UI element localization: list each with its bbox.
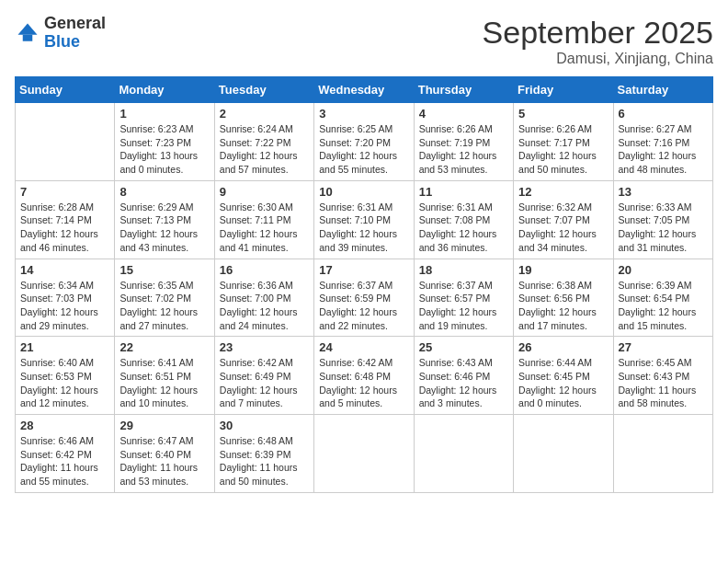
logo: General Blue (15, 15, 106, 52)
calendar-day-cell (514, 415, 613, 493)
day-number: 17 (319, 263, 408, 277)
weekday-header: Friday (514, 77, 613, 103)
day-number: 18 (419, 263, 508, 277)
day-info: Sunrise: 6:37 AMSunset: 6:57 PMDaylight:… (419, 279, 508, 333)
weekday-header: Tuesday (214, 77, 313, 103)
day-info: Sunrise: 6:26 AMSunset: 7:19 PMDaylight:… (419, 122, 508, 177)
weekday-header: Thursday (414, 77, 513, 103)
calendar-day-cell: 4Sunrise: 6:26 AMSunset: 7:19 PMDaylight… (414, 103, 513, 181)
day-number: 2 (220, 107, 309, 121)
logo-text: General Blue (44, 15, 106, 52)
day-number: 12 (518, 185, 608, 199)
day-number: 6 (619, 107, 708, 121)
calendar-day-cell: 2Sunrise: 6:24 AMSunset: 7:22 PMDaylight… (214, 103, 313, 181)
calendar-day-cell: 8Sunrise: 6:29 AMSunset: 7:13 PMDaylight… (115, 180, 214, 259)
weekday-header: Monday (115, 77, 214, 103)
calendar-day-cell: 30Sunrise: 6:48 AMSunset: 6:39 PMDayligh… (214, 415, 313, 493)
logo-general: General (44, 15, 106, 33)
day-info: Sunrise: 6:46 AMSunset: 6:42 PMDaylight:… (20, 434, 109, 488)
day-info: Sunrise: 6:29 AMSunset: 7:13 PMDaylight:… (119, 201, 209, 255)
weekday-header: Saturday (613, 77, 712, 103)
day-number: 22 (119, 340, 209, 354)
day-info: Sunrise: 6:31 AMSunset: 7:08 PMDaylight:… (419, 201, 508, 255)
day-info: Sunrise: 6:39 AMSunset: 6:54 PMDaylight:… (619, 279, 708, 333)
day-info: Sunrise: 6:25 AMSunset: 7:20 PMDaylight:… (319, 122, 408, 177)
day-number: 23 (220, 340, 309, 354)
calendar-header-row: SundayMondayTuesdayWednesdayThursdayFrid… (16, 77, 713, 103)
day-info: Sunrise: 6:31 AMSunset: 7:10 PMDaylight:… (319, 201, 408, 255)
day-number: 3 (319, 107, 408, 121)
calendar-day-cell: 10Sunrise: 6:31 AMSunset: 7:10 PMDayligh… (314, 180, 414, 259)
day-info: Sunrise: 6:47 AMSunset: 6:40 PMDaylight:… (119, 434, 209, 488)
calendar-day-cell: 26Sunrise: 6:44 AMSunset: 6:45 PMDayligh… (514, 337, 613, 415)
day-number: 5 (518, 107, 608, 121)
day-info: Sunrise: 6:44 AMSunset: 6:45 PMDaylight:… (518, 356, 608, 410)
calendar-day-cell: 29Sunrise: 6:47 AMSunset: 6:40 PMDayligh… (115, 415, 214, 493)
day-number: 25 (419, 340, 508, 354)
day-info: Sunrise: 6:30 AMSunset: 7:11 PMDaylight:… (220, 201, 309, 255)
day-info: Sunrise: 6:24 AMSunset: 7:22 PMDaylight:… (220, 122, 309, 177)
calendar-table: SundayMondayTuesdayWednesdayThursdayFrid… (15, 76, 713, 493)
logo-blue: Blue (44, 33, 106, 52)
day-info: Sunrise: 6:41 AMSunset: 6:51 PMDaylight:… (119, 356, 209, 410)
calendar-week-row: 28Sunrise: 6:46 AMSunset: 6:42 PMDayligh… (16, 415, 713, 493)
day-number: 26 (518, 340, 608, 354)
weekday-header: Sunday (16, 77, 115, 103)
calendar-day-cell (414, 415, 513, 493)
day-number: 8 (119, 185, 209, 199)
calendar-day-cell: 19Sunrise: 6:38 AMSunset: 6:56 PMDayligh… (514, 259, 613, 337)
calendar-day-cell: 5Sunrise: 6:26 AMSunset: 7:17 PMDaylight… (514, 103, 613, 181)
calendar-day-cell: 7Sunrise: 6:28 AMSunset: 7:14 PMDaylight… (16, 180, 115, 259)
calendar-day-cell: 14Sunrise: 6:34 AMSunset: 7:03 PMDayligh… (16, 259, 115, 337)
calendar-day-cell: 9Sunrise: 6:30 AMSunset: 7:11 PMDaylight… (214, 180, 313, 259)
day-number: 15 (119, 263, 209, 277)
day-number: 28 (20, 419, 109, 432)
calendar-day-cell: 13Sunrise: 6:33 AMSunset: 7:05 PMDayligh… (613, 180, 712, 259)
day-info: Sunrise: 6:42 AMSunset: 6:49 PMDaylight:… (220, 356, 309, 410)
day-info: Sunrise: 6:40 AMSunset: 6:53 PMDaylight:… (20, 356, 109, 410)
calendar-day-cell: 20Sunrise: 6:39 AMSunset: 6:54 PMDayligh… (613, 259, 712, 337)
weekday-header: Wednesday (314, 77, 414, 103)
calendar-day-cell: 1Sunrise: 6:23 AMSunset: 7:23 PMDaylight… (115, 103, 214, 181)
calendar-day-cell: 6Sunrise: 6:27 AMSunset: 7:16 PMDaylight… (613, 103, 712, 181)
day-info: Sunrise: 6:42 AMSunset: 6:48 PMDaylight:… (319, 356, 408, 410)
day-number: 7 (20, 185, 109, 199)
location: Damusi, Xinjiang, China (483, 51, 713, 67)
calendar-day-cell: 21Sunrise: 6:40 AMSunset: 6:53 PMDayligh… (16, 337, 115, 415)
day-info: Sunrise: 6:27 AMSunset: 7:16 PMDaylight:… (619, 122, 708, 177)
calendar-week-row: 14Sunrise: 6:34 AMSunset: 7:03 PMDayligh… (16, 259, 713, 337)
day-info: Sunrise: 6:48 AMSunset: 6:39 PMDaylight:… (220, 434, 309, 488)
day-info: Sunrise: 6:32 AMSunset: 7:07 PMDaylight:… (518, 201, 608, 255)
calendar-day-cell: 11Sunrise: 6:31 AMSunset: 7:08 PMDayligh… (414, 180, 513, 259)
day-info: Sunrise: 6:37 AMSunset: 6:59 PMDaylight:… (319, 279, 408, 333)
calendar-day-cell: 27Sunrise: 6:45 AMSunset: 6:43 PMDayligh… (613, 337, 712, 415)
svg-marker-0 (18, 23, 38, 34)
calendar-day-cell (314, 415, 414, 493)
calendar-day-cell: 25Sunrise: 6:43 AMSunset: 6:46 PMDayligh… (414, 337, 513, 415)
day-info: Sunrise: 6:23 AMSunset: 7:23 PMDaylight:… (119, 122, 209, 177)
calendar-day-cell: 24Sunrise: 6:42 AMSunset: 6:48 PMDayligh… (314, 337, 414, 415)
day-info: Sunrise: 6:33 AMSunset: 7:05 PMDaylight:… (619, 201, 708, 255)
calendar-day-cell: 16Sunrise: 6:36 AMSunset: 7:00 PMDayligh… (214, 259, 313, 337)
calendar-day-cell: 3Sunrise: 6:25 AMSunset: 7:20 PMDaylight… (314, 103, 414, 181)
calendar-week-row: 1Sunrise: 6:23 AMSunset: 7:23 PMDaylight… (16, 103, 713, 181)
day-info: Sunrise: 6:26 AMSunset: 7:17 PMDaylight:… (518, 122, 608, 177)
day-number: 10 (319, 185, 408, 199)
logo-icon (15, 20, 40, 46)
title-block: September 2025 Damusi, Xinjiang, China (483, 15, 713, 67)
day-info: Sunrise: 6:35 AMSunset: 7:02 PMDaylight:… (119, 279, 209, 333)
calendar-day-cell: 17Sunrise: 6:37 AMSunset: 6:59 PMDayligh… (314, 259, 414, 337)
day-info: Sunrise: 6:28 AMSunset: 7:14 PMDaylight:… (20, 201, 109, 255)
page-header: General Blue September 2025 Damusi, Xinj… (15, 15, 713, 67)
calendar-day-cell: 22Sunrise: 6:41 AMSunset: 6:51 PMDayligh… (115, 337, 214, 415)
day-info: Sunrise: 6:45 AMSunset: 6:43 PMDaylight:… (619, 356, 708, 410)
day-number: 4 (419, 107, 508, 121)
calendar-day-cell: 12Sunrise: 6:32 AMSunset: 7:07 PMDayligh… (514, 180, 613, 259)
day-number: 14 (20, 263, 109, 277)
calendar-day-cell: 15Sunrise: 6:35 AMSunset: 7:02 PMDayligh… (115, 259, 214, 337)
day-info: Sunrise: 6:43 AMSunset: 6:46 PMDaylight:… (419, 356, 508, 410)
calendar-week-row: 21Sunrise: 6:40 AMSunset: 6:53 PMDayligh… (16, 337, 713, 415)
calendar-day-cell: 23Sunrise: 6:42 AMSunset: 6:49 PMDayligh… (214, 337, 313, 415)
svg-rect-1 (23, 35, 33, 41)
day-number: 24 (319, 340, 408, 354)
